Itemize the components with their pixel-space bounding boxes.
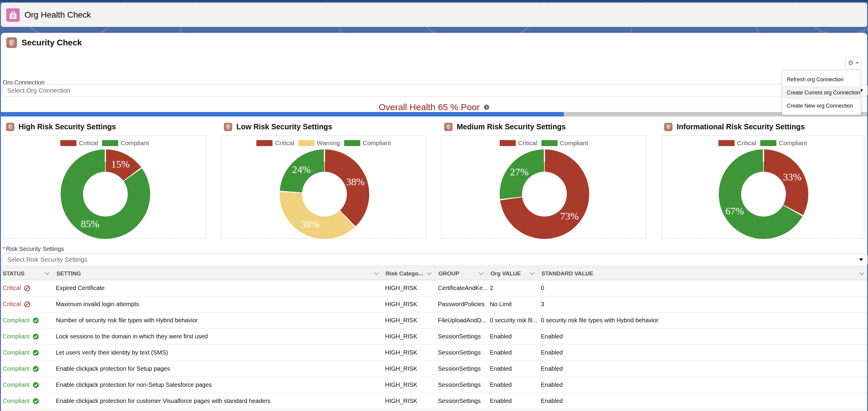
donut-chart (61, 149, 150, 239)
page-title: Org Health Check (25, 3, 91, 27)
donut-chart (719, 149, 808, 239)
overall-health-text: Overall Health 65 % Poor (379, 102, 480, 112)
column-header[interactable]: STANDARD VALUE (538, 267, 867, 280)
org-connection-placeholder: Select Org Connection (7, 87, 70, 94)
chart-title: High Risk Security Settings (19, 122, 116, 131)
table-row[interactable]: CompliantEnable clickjack protection for… (1, 361, 867, 377)
health-kit-icon (6, 8, 20, 22)
table-cell: HIGH_RISK (382, 361, 435, 377)
table-cell: 0 security risk file types with Hybrid b… (538, 313, 867, 328)
legend-item[interactable]: Critical (718, 140, 756, 147)
table-cell: SessionSettings (435, 393, 487, 409)
column-header[interactable]: SETTING (53, 267, 382, 280)
status-cell: Critical (1, 280, 53, 296)
caret-down-icon (856, 62, 859, 64)
table-cell: HIGH_RISK (382, 328, 435, 344)
status-cell: Critical (1, 296, 53, 312)
table-cell: Lock sessions to the domain in which the… (53, 328, 382, 344)
table-cell: Let users verify their identity by text … (53, 345, 382, 360)
table-cell: Enabled (487, 377, 538, 393)
shield-icon (444, 123, 453, 131)
legend-item[interactable]: Critical (256, 140, 294, 147)
legend-swatch (299, 140, 315, 146)
legend-label: Compliant (779, 140, 807, 147)
table-cell: HIGH_RISK (382, 313, 435, 328)
slice-percentage-label: 85% (81, 218, 99, 230)
org-connection-select[interactable]: Select Org Connection (2, 84, 868, 96)
column-header[interactable]: Org VALUE (487, 267, 538, 280)
chart-card: CriticalCompliant15%85% (3, 135, 206, 239)
legend-swatch (541, 140, 558, 146)
legend-label: Warning (317, 140, 340, 147)
risk-settings-placeholder: Select Risk Security Settings (7, 256, 87, 263)
legend-swatch (102, 140, 118, 146)
status-cell: Compliant (1, 393, 53, 409)
table-cell: HIGH_RISK (382, 393, 435, 409)
table-row[interactable]: CompliantNumber of security risk file ty… (1, 313, 867, 328)
column-header[interactable]: STATUS (1, 267, 53, 280)
risk-settings-label: *Risk Security Settings (3, 245, 64, 253)
table-cell: FileUploadAndD... (435, 313, 487, 328)
table-row[interactable]: CompliantLet users verify their identity… (1, 345, 867, 361)
column-header[interactable]: Risk Catego... (382, 267, 435, 280)
settings-menu-button[interactable]: ⚙ (845, 57, 861, 69)
legend-item[interactable]: Compliant (760, 140, 807, 147)
bottom-card-edge (1, 410, 867, 410)
legend-label: Critical (737, 140, 756, 147)
table-cell: Enabled (487, 328, 538, 344)
status-cell: Compliant (1, 313, 53, 328)
legend-swatch (60, 140, 76, 146)
table-cell: SessionSettings (435, 361, 487, 377)
table-cell: Enabled (487, 393, 538, 409)
chart-title: Medium Risk Security Settings (457, 122, 566, 131)
shield-icon (6, 37, 17, 48)
table-cell: Enabled (487, 345, 538, 360)
check-icon (33, 382, 39, 388)
column-header[interactable]: GROUP (435, 267, 487, 280)
check-icon (33, 398, 39, 405)
legend-item[interactable]: Critical (500, 140, 537, 147)
slice-percentage-label: 38% (346, 176, 365, 187)
check-icon (33, 333, 39, 340)
shield-icon (6, 123, 14, 131)
table-cell: Enabled (538, 377, 867, 393)
legend-swatch (718, 140, 735, 146)
table-cell: 3 (538, 296, 867, 312)
status-cell: Compliant (1, 328, 53, 344)
column-header-label: SETTING (56, 270, 81, 277)
table-cell: Enable clickjack protection for customer… (53, 393, 382, 409)
column-header-label: STANDARD VALUE (541, 270, 593, 277)
health-progress-bar (1, 112, 867, 117)
legend-item[interactable]: Compliant (541, 140, 588, 147)
table-row[interactable]: CompliantEnable clickjack protection for… (1, 393, 867, 409)
slice-percentage-label: 67% (725, 206, 744, 217)
table-cell: Enabled (538, 328, 867, 344)
gear-icon: ⚙ (848, 60, 854, 66)
table-cell: HIGH_RISK (382, 296, 435, 312)
chart-card: CriticalCompliant33%67% (661, 135, 864, 239)
table-row[interactable]: CriticalExpired CertificateHIGH_RISKCert… (1, 280, 867, 296)
menu-item[interactable]: Create New org Connection (782, 99, 861, 112)
table-cell: Enabled (538, 345, 867, 360)
menu-item[interactable]: Create Current org Connection (782, 86, 861, 99)
column-header-label: STATUS (3, 270, 25, 277)
menu-item[interactable]: Refresh org Connection (782, 73, 861, 86)
legend-item[interactable]: Warning (299, 140, 340, 147)
legend-label: Compliant (560, 140, 588, 147)
table-cell: Expired Certificate (53, 280, 382, 296)
table-row[interactable]: CriticalMaximum invalid login attemptsHI… (1, 296, 867, 313)
legend-item[interactable]: Compliant (344, 140, 391, 147)
risk-settings-select[interactable]: Select Risk Security Settings (2, 253, 868, 266)
legend-swatch (760, 140, 776, 146)
status-label: Critical (3, 285, 21, 292)
table-row[interactable]: CompliantLock sessions to the domain in … (1, 328, 867, 345)
legend-item[interactable]: Critical (60, 140, 98, 147)
table-row[interactable]: CompliantEnable clickjack protection for… (1, 377, 867, 393)
info-icon[interactable]: i (484, 105, 489, 110)
status-cell: Compliant (1, 377, 53, 393)
check-icon (33, 317, 39, 324)
legend-swatch (344, 140, 360, 146)
settings-menu: Refresh org ConnectionCreate Current org… (782, 70, 861, 115)
status-label: Compliant (3, 349, 30, 356)
legend-item[interactable]: Compliant (102, 140, 149, 147)
